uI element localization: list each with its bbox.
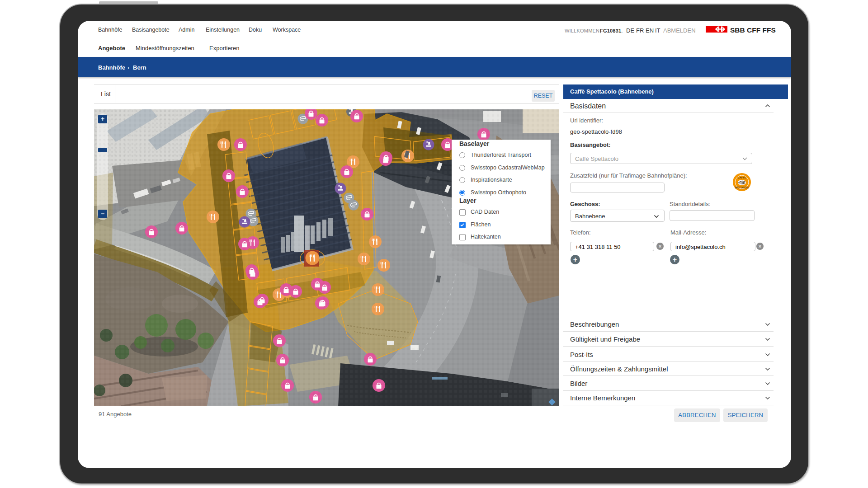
svg-text:CAFFE: CAFFE bbox=[738, 176, 746, 179]
svg-text:SPETTACOLO: SPETTACOLO bbox=[735, 187, 749, 189]
